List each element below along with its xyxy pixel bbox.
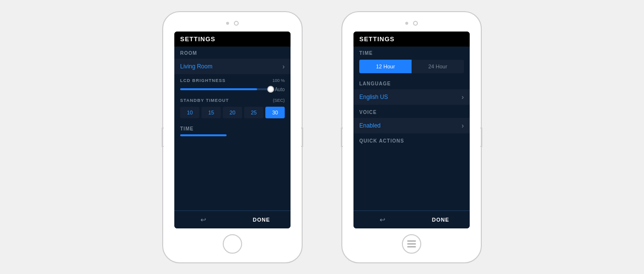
phone-1-timeout-30[interactable]: 30 (265, 107, 285, 118)
phone-2-screen: SETTINGS TIME 12 Hour 24 Hour LANGUAGE E… (353, 32, 470, 228)
phone-2-language-arrow: › (461, 93, 464, 101)
phone-1-time-label: TIME (174, 122, 291, 133)
phone-1-home-button[interactable] (223, 234, 242, 254)
phone-1-standby-row: STANDBY TIMEOUT (SEC) (174, 96, 291, 105)
phone-1-timeout-25[interactable]: 25 (244, 107, 263, 118)
phone-1-room-label: ROOM (174, 47, 291, 58)
phone-1-dot-1 (226, 22, 229, 25)
phone-1-standby-sec: (SEC) (273, 98, 285, 103)
phone-2-menu-line-1 (407, 241, 416, 242)
phone-2-24hour-label: 24 Hour (428, 64, 447, 69)
phone-1-header-text: SETTINGS (180, 35, 215, 43)
phone-2-voice-arrow: › (461, 122, 464, 129)
phone-1-right-notch (301, 128, 303, 147)
phone-1-room-value: Living Room (180, 63, 213, 70)
phone-2-menu-line-3 (407, 246, 416, 247)
phone-1-standby-label: STANDBY TIMEOUT (180, 98, 229, 103)
phone-2-top (405, 21, 418, 26)
phone-1-left-notch (162, 128, 164, 147)
phone-2-voice-label: VOICE (353, 106, 470, 117)
phone-2-settings-header: SETTINGS (353, 32, 470, 47)
phone-1-slider-row[interactable]: Auto (174, 86, 291, 96)
phone-1-camera (234, 21, 239, 26)
phone-2-left-notch (341, 128, 343, 147)
phone-2-bottom (402, 234, 421, 254)
phone-1-screen: SETTINGS ROOM Living Room › LCD BRIGHTNE… (174, 32, 291, 228)
phone-2-back-button[interactable]: ↩ (353, 211, 412, 228)
phone-1-timeout-15[interactable]: 15 (201, 107, 221, 118)
phone-1-room-row[interactable]: Living Room › (174, 59, 291, 74)
phone-2-dot-1 (405, 22, 408, 25)
phone-2-language-row[interactable]: English US › (353, 89, 470, 105)
phone-1-room-arrow: › (282, 63, 285, 70)
phone-2-24hour-button[interactable]: 24 Hour (412, 60, 464, 73)
phone-2-quick-actions-label: QUICK ACTIONS (353, 134, 470, 145)
phone-2-camera (413, 21, 418, 26)
phone-1-time-bar (180, 134, 227, 136)
phone-2-menu-line-2 (407, 243, 416, 244)
phone-2-language-label: LANGUAGE (353, 77, 470, 88)
phone-1-timeout-20[interactable]: 20 (223, 107, 242, 118)
phone-2-voice-row[interactable]: Enabled › (353, 118, 470, 133)
phone-1-bottom-bar: ↩ DONE (174, 210, 291, 228)
phone-2-voice-value: Enabled (359, 122, 381, 129)
phone-1-back-button[interactable]: ↩ (174, 211, 232, 228)
phone-1-slider-fill (180, 88, 257, 90)
phone-1: SETTINGS ROOM Living Room › LCD BRIGHTNE… (162, 11, 303, 263)
phone-1-brightness-label: LCD BRIGHTNESS (180, 78, 226, 83)
phone-2-done-button[interactable]: DONE (412, 211, 470, 228)
phone-1-slider-track[interactable] (180, 88, 271, 90)
phone-2-bottom-bar: ↩ DONE (353, 210, 470, 228)
phone-2-12hour-button[interactable]: 12 Hour (359, 60, 412, 73)
phone-2-header-text: SETTINGS (359, 35, 395, 43)
phone-2: SETTINGS TIME 12 Hour 24 Hour LANGUAGE E… (341, 11, 482, 263)
phone-1-back-icon: ↩ (200, 216, 206, 224)
phone-1-brightness-row: LCD BRIGHTNESS 100 % (174, 75, 291, 86)
phone-1-brightness-value: 100 % (272, 78, 285, 83)
phone-1-timeout-10[interactable]: 10 (180, 107, 199, 118)
phone-1-slider-auto: Auto (275, 87, 285, 92)
phone-1-settings-header: SETTINGS (174, 32, 291, 47)
phone-2-back-icon: ↩ (380, 216, 385, 224)
phone-1-slider-thumb[interactable] (267, 86, 274, 93)
phone-2-menu-button[interactable] (402, 234, 421, 254)
phone-2-language-value: English US (359, 94, 388, 100)
phone-1-done-button[interactable]: DONE (232, 211, 291, 228)
phone-2-12hour-label: 12 Hour (376, 64, 395, 69)
phone-2-time-label: TIME (353, 47, 470, 58)
phone-1-bottom (223, 234, 242, 254)
phone-1-top (226, 21, 239, 26)
phone-1-timeout-buttons: 10 15 20 25 30 (174, 105, 291, 122)
phone-2-time-format-row: 12 Hour 24 Hour (353, 58, 470, 77)
phone-2-right-notch (480, 128, 482, 147)
